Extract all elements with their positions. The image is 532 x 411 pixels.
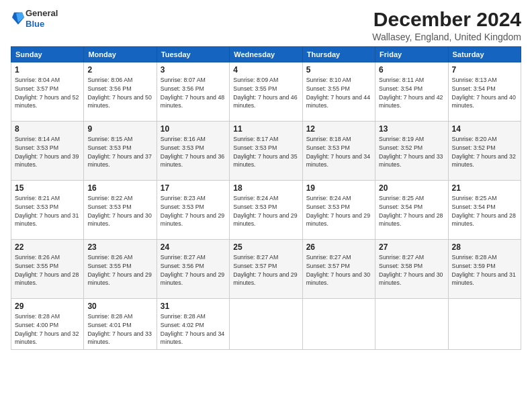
day-number: 1 <box>15 65 80 75</box>
day-detail: Sunrise: 8:24 AM Sunset: 3:53 PM Dayligh… <box>233 194 298 228</box>
day-number: 6 <box>379 65 444 75</box>
page: General Blue December 2024 Wallasey, Eng… <box>0 0 532 411</box>
col-thursday: Thursday <box>302 47 375 62</box>
calendar-cell: 10 Sunrise: 8:16 AM Sunset: 3:53 PM Dayl… <box>157 122 229 181</box>
day-number: 30 <box>87 302 152 311</box>
day-detail: Sunrise: 8:28 AM Sunset: 4:02 PM Dayligh… <box>161 312 226 347</box>
col-friday: Friday <box>375 47 448 62</box>
day-number: 21 <box>452 183 517 193</box>
day-number: 4 <box>233 65 298 75</box>
day-detail: Sunrise: 8:28 AM Sunset: 4:00 PM Dayligh… <box>15 312 80 347</box>
calendar-cell: 19 Sunrise: 8:24 AM Sunset: 3:53 PM Dayl… <box>302 181 375 240</box>
day-number: 5 <box>306 65 371 75</box>
calendar-cell: 14 Sunrise: 8:20 AM Sunset: 3:52 PM Dayl… <box>448 122 521 181</box>
day-number: 25 <box>233 242 298 252</box>
calendar-cell <box>448 299 521 350</box>
day-number: 23 <box>87 242 152 252</box>
calendar-cell: 1 Sunrise: 8:04 AM Sunset: 3:57 PM Dayli… <box>11 62 84 122</box>
day-number: 7 <box>452 65 517 75</box>
day-detail: Sunrise: 8:16 AM Sunset: 3:53 PM Dayligh… <box>161 135 226 169</box>
calendar-cell: 20 Sunrise: 8:25 AM Sunset: 3:54 PM Dayl… <box>375 181 448 240</box>
calendar-cell: 15 Sunrise: 8:21 AM Sunset: 3:53 PM Dayl… <box>11 181 84 240</box>
calendar-cell: 22 Sunrise: 8:26 AM Sunset: 3:55 PM Dayl… <box>11 240 84 299</box>
day-number: 12 <box>306 124 371 134</box>
calendar-cell: 27 Sunrise: 8:27 AM Sunset: 3:58 PM Dayl… <box>375 240 448 299</box>
calendar-cell: 5 Sunrise: 8:10 AM Sunset: 3:55 PM Dayli… <box>302 62 375 122</box>
day-detail: Sunrise: 8:28 AM Sunset: 4:01 PM Dayligh… <box>87 312 152 347</box>
header: General Blue December 2024 Wallasey, Eng… <box>11 8 521 42</box>
day-number: 10 <box>161 124 226 134</box>
calendar-cell: 12 Sunrise: 8:18 AM Sunset: 3:53 PM Dayl… <box>302 122 375 181</box>
title-block: December 2024 Wallasey, England, United … <box>372 8 521 42</box>
calendar-cell: 2 Sunrise: 8:06 AM Sunset: 3:56 PM Dayli… <box>84 62 157 122</box>
calendar-cell: 11 Sunrise: 8:17 AM Sunset: 3:53 PM Dayl… <box>230 122 302 181</box>
day-detail: Sunrise: 8:19 AM Sunset: 3:52 PM Dayligh… <box>379 135 444 169</box>
day-number: 31 <box>161 302 226 311</box>
col-tuesday: Tuesday <box>157 47 229 62</box>
day-number: 26 <box>306 242 371 252</box>
logo-general: General <box>26 8 58 18</box>
calendar-cell: 9 Sunrise: 8:15 AM Sunset: 3:53 PM Dayli… <box>84 122 157 181</box>
day-detail: Sunrise: 8:10 AM Sunset: 3:55 PM Dayligh… <box>306 76 371 110</box>
day-number: 24 <box>161 242 226 252</box>
day-detail: Sunrise: 8:27 AM Sunset: 3:56 PM Dayligh… <box>161 253 226 287</box>
day-number: 29 <box>15 302 80 311</box>
calendar-cell: 28 Sunrise: 8:28 AM Sunset: 3:59 PM Dayl… <box>448 240 521 299</box>
day-number: 20 <box>379 183 444 193</box>
day-number: 17 <box>161 183 226 193</box>
calendar-cell: 29 Sunrise: 8:28 AM Sunset: 4:00 PM Dayl… <box>11 299 84 350</box>
calendar-cell: 23 Sunrise: 8:26 AM Sunset: 3:55 PM Dayl… <box>84 240 157 299</box>
day-number: 3 <box>161 65 226 75</box>
day-detail: Sunrise: 8:06 AM Sunset: 3:56 PM Dayligh… <box>87 76 152 110</box>
day-detail: Sunrise: 8:14 AM Sunset: 3:53 PM Dayligh… <box>15 135 80 169</box>
day-detail: Sunrise: 8:25 AM Sunset: 3:54 PM Dayligh… <box>379 194 444 228</box>
calendar-cell: 25 Sunrise: 8:27 AM Sunset: 3:57 PM Dayl… <box>230 240 302 299</box>
day-detail: Sunrise: 8:27 AM Sunset: 3:58 PM Dayligh… <box>379 253 444 287</box>
day-number: 28 <box>452 242 517 252</box>
logo-blue: Blue <box>26 19 44 29</box>
day-detail: Sunrise: 8:09 AM Sunset: 3:55 PM Dayligh… <box>233 76 298 110</box>
day-detail: Sunrise: 8:07 AM Sunset: 3:56 PM Dayligh… <box>161 76 226 110</box>
day-number: 19 <box>306 183 371 193</box>
day-detail: Sunrise: 8:13 AM Sunset: 3:54 PM Dayligh… <box>452 76 517 110</box>
calendar-cell <box>375 299 448 350</box>
calendar-cell: 21 Sunrise: 8:25 AM Sunset: 3:54 PM Dayl… <box>448 181 521 240</box>
day-number: 27 <box>379 242 444 252</box>
col-monday: Monday <box>84 47 157 62</box>
day-detail: Sunrise: 8:20 AM Sunset: 3:52 PM Dayligh… <box>452 135 517 169</box>
calendar-cell <box>302 299 375 350</box>
logo-text: General Blue <box>26 8 58 29</box>
calendar-cell: 18 Sunrise: 8:24 AM Sunset: 3:53 PM Dayl… <box>230 181 302 240</box>
day-detail: Sunrise: 8:22 AM Sunset: 3:53 PM Dayligh… <box>87 194 152 228</box>
calendar-cell: 7 Sunrise: 8:13 AM Sunset: 3:54 PM Dayli… <box>448 62 521 122</box>
day-detail: Sunrise: 8:15 AM Sunset: 3:53 PM Dayligh… <box>87 135 152 169</box>
day-number: 11 <box>233 124 298 134</box>
day-detail: Sunrise: 8:21 AM Sunset: 3:53 PM Dayligh… <box>15 194 80 228</box>
day-number: 18 <box>233 183 298 193</box>
calendar-cell <box>230 299 302 350</box>
day-number: 16 <box>87 183 152 193</box>
calendar-cell: 30 Sunrise: 8:28 AM Sunset: 4:01 PM Dayl… <box>84 299 157 350</box>
calendar-cell: 6 Sunrise: 8:11 AM Sunset: 3:54 PM Dayli… <box>375 62 448 122</box>
day-detail: Sunrise: 8:25 AM Sunset: 3:54 PM Dayligh… <box>452 194 517 228</box>
day-detail: Sunrise: 8:23 AM Sunset: 3:53 PM Dayligh… <box>161 194 226 228</box>
calendar-cell: 26 Sunrise: 8:27 AM Sunset: 3:57 PM Dayl… <box>302 240 375 299</box>
col-saturday: Saturday <box>448 47 521 62</box>
day-detail: Sunrise: 8:28 AM Sunset: 3:59 PM Dayligh… <box>452 253 517 287</box>
day-detail: Sunrise: 8:24 AM Sunset: 3:53 PM Dayligh… <box>306 194 371 228</box>
calendar-cell: 24 Sunrise: 8:27 AM Sunset: 3:56 PM Dayl… <box>157 240 229 299</box>
day-detail: Sunrise: 8:26 AM Sunset: 3:55 PM Dayligh… <box>87 253 152 287</box>
calendar-header-row: Sunday Monday Tuesday Wednesday Thursday… <box>11 47 521 62</box>
calendar-cell: 17 Sunrise: 8:23 AM Sunset: 3:53 PM Dayl… <box>157 181 229 240</box>
day-number: 13 <box>379 124 444 134</box>
calendar-cell: 16 Sunrise: 8:22 AM Sunset: 3:53 PM Dayl… <box>84 181 157 240</box>
calendar-cell: 3 Sunrise: 8:07 AM Sunset: 3:56 PM Dayli… <box>157 62 229 122</box>
location: Wallasey, England, United Kingdom <box>372 32 521 42</box>
day-detail: Sunrise: 8:11 AM Sunset: 3:54 PM Dayligh… <box>379 76 444 110</box>
day-detail: Sunrise: 8:17 AM Sunset: 3:53 PM Dayligh… <box>233 135 298 169</box>
day-number: 8 <box>15 124 80 134</box>
calendar-cell: 8 Sunrise: 8:14 AM Sunset: 3:53 PM Dayli… <box>11 122 84 181</box>
day-number: 22 <box>15 242 80 252</box>
calendar-cell: 4 Sunrise: 8:09 AM Sunset: 3:55 PM Dayli… <box>230 62 302 122</box>
logo: General Blue <box>11 8 58 29</box>
